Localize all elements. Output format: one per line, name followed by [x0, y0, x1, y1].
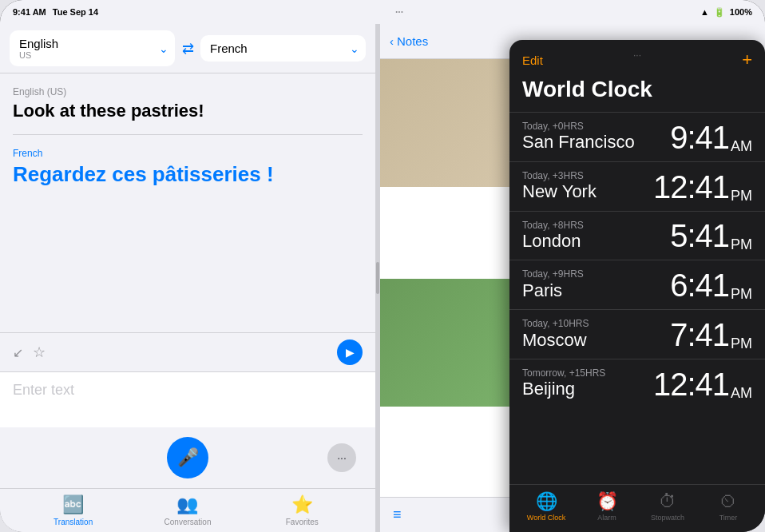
- favorites-tab-icon: ⭐: [291, 494, 313, 515]
- wc-time-display: 6:41 PM: [670, 269, 752, 301]
- wc-clock-item: Tomorrow, +15HRS Beijing 12:41 AM: [509, 359, 765, 408]
- wc-dots-menu[interactable]: ···: [633, 50, 641, 61]
- more-options-button[interactable]: ···: [327, 443, 356, 472]
- notes-bottom-left-icon[interactable]: ≡: [393, 506, 402, 523]
- wifi-icon: ▲: [700, 7, 709, 17]
- swap-languages-button[interactable]: ⇄: [178, 40, 197, 58]
- right-panel: ‹ Notes: [380, 24, 765, 532]
- target-lang-arrow: ⌄: [350, 42, 359, 55]
- wc-day-offset: Today, +3HRS: [522, 170, 597, 181]
- status-bar-right: ▲ 🔋 100%: [700, 7, 752, 18]
- conversation-tab-label: Conversation: [164, 518, 212, 526]
- target-lang-label: French: [210, 42, 356, 55]
- clock-tab-world-clock[interactable]: 🌐 World Clock: [516, 491, 577, 522]
- wc-day-offset: Today, +9HRS: [522, 268, 584, 280]
- main-area: English US ⌄ ⇄ French ⌄ English (US) Loo…: [0, 24, 765, 532]
- wc-day-offset: Today, +8HRS: [522, 220, 584, 231]
- favorites-tab-label: Favorites: [286, 518, 319, 526]
- clock-tab-alarm[interactable]: ⏰ Alarm: [577, 491, 637, 522]
- wc-edit-button[interactable]: Edit: [522, 54, 543, 67]
- wc-city-name: Moscow: [522, 330, 589, 351]
- wc-title: World Clock: [509, 77, 765, 112]
- status-date: Tue Sep 14: [53, 7, 98, 17]
- notes-back-label: Notes: [397, 34, 428, 48]
- source-lang-label: English: [19, 37, 165, 50]
- wc-city-name: New York: [522, 181, 597, 202]
- expand-icon[interactable]: ↙: [13, 345, 23, 360]
- wc-clock-item: Today, +10HRS Moscow 7:41 PM: [509, 309, 765, 359]
- bottom-controls: 🎤 ···: [0, 427, 375, 488]
- clock-tab-icon: ⏱: [659, 491, 676, 512]
- clock-tab-label: World Clock: [527, 514, 565, 522]
- wc-ampm: AM: [731, 139, 752, 153]
- clock-tab-label: Stopwatch: [651, 514, 684, 522]
- wc-city-info: Tomorrow, +15HRS Beijing: [522, 367, 605, 400]
- wc-city-name: London: [522, 231, 584, 252]
- tab-favorites[interactable]: ⭐ Favorites: [245, 494, 359, 526]
- wc-ampm: PM: [731, 336, 752, 351]
- world-clock-overlay: ··· Edit + World Clock Today, +0HRS San …: [509, 40, 765, 532]
- clock-tab-label: Alarm: [597, 514, 616, 522]
- translation-tab-icon: 🔤: [62, 494, 84, 515]
- wc-time-value: 9:41: [670, 121, 729, 153]
- play-button[interactable]: ▶: [337, 339, 363, 365]
- wc-city-info: Today, +3HRS New York: [522, 170, 597, 203]
- status-time: 9:41 AM: [13, 7, 46, 17]
- wc-city-info: Today, +8HRS London: [522, 220, 584, 252]
- wc-ampm: PM: [731, 287, 752, 301]
- input-placeholder-text: Enter text: [13, 382, 74, 398]
- status-bar-left: 9:41 AM Tue Sep 14: [13, 7, 98, 17]
- wc-add-button[interactable]: +: [742, 50, 752, 70]
- wc-clock-item: Today, +9HRS Paris 6:41 PM: [509, 260, 765, 309]
- translated-text-block: French Regardez ces pâtisseries !: [13, 148, 363, 197]
- wc-time-value: 12:41: [653, 368, 729, 400]
- wc-city-name: San Francisco: [522, 132, 635, 153]
- wc-time-display: 7:41 PM: [670, 319, 752, 351]
- divider-handle: [376, 262, 379, 294]
- source-text-block: English (US) Look at these pastries!: [13, 86, 363, 135]
- wc-city-name: Paris: [522, 280, 584, 301]
- wc-ampm: AM: [731, 386, 752, 400]
- tab-translation[interactable]: 🔤 Translation: [16, 494, 130, 526]
- source-lang-text-label: English (US): [13, 86, 363, 97]
- wc-time-display: 12:41 AM: [653, 368, 752, 400]
- text-input-area[interactable]: Enter text: [0, 371, 375, 427]
- battery-icon: 🔋: [714, 7, 725, 18]
- translator-tab-bar: 🔤 Translation 👥 Conversation ⭐ Favorites: [0, 488, 375, 532]
- wc-time-display: 12:41 PM: [653, 171, 752, 203]
- source-lang-sub: US: [19, 50, 165, 60]
- target-lang-dropdown[interactable]: French ⌄: [200, 35, 366, 62]
- wc-time-value: 5:41: [670, 220, 729, 252]
- status-bar: 9:41 AM Tue Sep 14 ··· ▲ 🔋 100%: [0, 0, 765, 24]
- source-lang-dropdown[interactable]: English US ⌄: [10, 30, 175, 66]
- trans-lang-text-label: French: [13, 148, 363, 159]
- clock-tab-bar: 🌐 World Clock ⏰ Alarm ⏱ Stopwatch ⏲ Time…: [509, 484, 765, 532]
- translator-panel: English US ⌄ ⇄ French ⌄ English (US) Loo…: [0, 24, 375, 532]
- clock-tab-label: Timer: [719, 514, 738, 522]
- wc-time-display: 9:41 AM: [670, 121, 752, 153]
- source-lang-arrow: ⌄: [159, 42, 168, 55]
- tab-conversation[interactable]: 👥 Conversation: [130, 494, 244, 526]
- notes-back-button[interactable]: ‹ Notes: [390, 34, 428, 48]
- wc-clock-item: Today, +0HRS San Francisco 9:41 AM: [509, 112, 765, 161]
- wc-day-offset: Tomorrow, +15HRS: [522, 367, 605, 379]
- wc-clock-item: Today, +8HRS London 5:41 PM: [509, 211, 765, 260]
- translator-header: English US ⌄ ⇄ French ⌄: [0, 24, 375, 73]
- conversation-tab-icon: 👥: [176, 494, 198, 515]
- wc-city-info: Today, +9HRS Paris: [522, 268, 584, 301]
- wc-day-offset: Today, +10HRS: [522, 318, 589, 329]
- clock-tab-icon: ⏰: [597, 491, 618, 512]
- translation-content: English (US) Look at these pastries! Fre…: [0, 73, 375, 332]
- back-chevron-icon: ‹: [390, 34, 394, 48]
- clock-tab-stopwatch[interactable]: ⏱ Stopwatch: [637, 491, 698, 522]
- mic-button[interactable]: 🎤: [167, 437, 208, 478]
- clock-tab-icon: 🌐: [536, 491, 557, 512]
- status-bar-dots: ···: [395, 6, 403, 18]
- favorite-icon[interactable]: ☆: [33, 343, 46, 361]
- wc-city-info: Today, +0HRS San Francisco: [522, 121, 635, 153]
- ipad-frame: 9:41 AM Tue Sep 14 ··· ▲ 🔋 100% English …: [0, 0, 765, 532]
- clock-tab-timer[interactable]: ⏲ Timer: [698, 491, 759, 522]
- wc-day-offset: Today, +0HRS: [522, 121, 635, 132]
- action-bar: ↙ ☆ ▶: [0, 332, 375, 371]
- wc-clock-item: Today, +3HRS New York 12:41 PM: [509, 161, 765, 211]
